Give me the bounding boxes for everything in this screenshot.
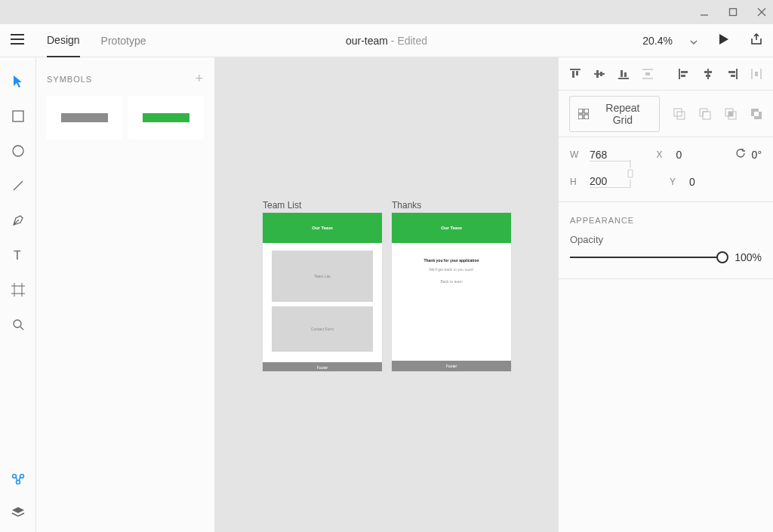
artboard-label-2[interactable]: Thanks [392, 200, 421, 211]
symbols-header: SYMBOLS [47, 75, 92, 84]
svg-rect-38 [645, 72, 650, 75]
opacity-label: Opacity [570, 234, 603, 245]
window-titlebar [0, 0, 773, 24]
artboard-block-contactform: Contact Form [272, 306, 373, 352]
pathfinder-subtract-icon[interactable] [699, 108, 711, 120]
y-label: Y [670, 177, 680, 187]
svg-rect-43 [704, 71, 712, 73]
preview-button[interactable] [719, 33, 729, 48]
y-input[interactable]: 0 [689, 176, 730, 188]
menu-button[interactable] [11, 34, 24, 48]
x-label: X [657, 149, 667, 160]
symbol-thumbnail-2[interactable] [128, 96, 204, 140]
opacity-value[interactable]: 100% [735, 251, 762, 263]
rectangle-tool[interactable] [11, 109, 26, 124]
svg-point-13 [17, 220, 19, 221]
artboard-team-list[interactable]: Our Team Team List Contact Form Footer [263, 213, 382, 371]
svg-rect-57 [703, 112, 710, 119]
align-hcenter-icon[interactable] [703, 69, 713, 79]
artboard-block-teamlist: Team List [272, 251, 373, 302]
dimensions-section: W 768 X 0 0° H 200 [559, 137, 773, 202]
select-tool[interactable] [11, 74, 26, 89]
svg-line-24 [16, 477, 17, 481]
width-input[interactable]: 768 [590, 149, 630, 161]
svg-line-20 [20, 327, 23, 330]
x-input[interactable]: 0 [676, 149, 717, 161]
align-top-icon[interactable] [570, 69, 581, 79]
link-dimensions-icon[interactable] [627, 160, 634, 187]
design-canvas[interactable]: Team List Our Team Team List Contact For… [215, 57, 558, 532]
add-symbol-button[interactable]: + [195, 71, 204, 87]
opacity-slider[interactable] [570, 257, 722, 258]
align-right-icon[interactable] [727, 69, 738, 79]
svg-rect-31 [596, 70, 599, 78]
align-bottom-icon[interactable] [618, 69, 629, 79]
svg-rect-35 [624, 72, 627, 77]
tab-prototype[interactable]: Prototype [101, 24, 146, 57]
opacity-slider-thumb[interactable] [716, 251, 728, 263]
repeat-grid-label: Repeat Grid [595, 102, 651, 126]
share-button[interactable] [750, 33, 762, 48]
document-name: our-team [346, 35, 388, 47]
svg-rect-60 [728, 112, 733, 116]
main-toolbar: Design Prototype our-team - Edited 20.4% [0, 24, 773, 57]
symbol-thumbnail-1[interactable] [47, 96, 122, 140]
align-left-icon[interactable] [679, 69, 689, 79]
document-title: our-team - Edited [346, 35, 427, 47]
chevron-down-icon [690, 35, 698, 47]
pen-tool[interactable] [11, 213, 26, 228]
pathfinder-add-icon[interactable] [673, 108, 685, 120]
artboard-header: Our Team [263, 213, 382, 243]
line-tool[interactable] [11, 178, 26, 193]
symbols-panel-toggle[interactable] [11, 472, 26, 487]
pathfinder-intersect-icon[interactable] [725, 108, 737, 120]
window-minimize-button[interactable] [699, 7, 710, 17]
repeat-grid-button[interactable]: Repeat Grid [569, 96, 660, 132]
svg-rect-50 [755, 72, 758, 76]
artboard-thanks[interactable]: Our Team Thank you for your application … [392, 213, 511, 371]
height-input[interactable]: 200 [590, 175, 630, 188]
window-close-button[interactable] [756, 7, 767, 17]
align-vcenter-icon[interactable] [594, 69, 605, 79]
artboard-header-2: Our Team [392, 213, 511, 243]
tools-panel: T [0, 57, 36, 532]
svg-rect-53 [578, 114, 583, 118]
symbol-preview-green [143, 113, 189, 122]
symbols-panel: SYMBOLS + [36, 57, 215, 532]
text-tool[interactable]: T [11, 248, 26, 263]
artboard-label-1[interactable]: Team List [263, 200, 301, 211]
pathfinder-exclude-icon[interactable] [750, 108, 762, 120]
svg-marker-26 [12, 507, 24, 513]
svg-rect-63 [754, 112, 759, 116]
svg-rect-1 [730, 9, 737, 16]
svg-point-23 [16, 481, 20, 484]
svg-rect-56 [677, 112, 685, 119]
ellipse-tool[interactable] [11, 143, 26, 158]
rotation-input[interactable]: 0° [752, 149, 762, 161]
svg-rect-47 [731, 75, 735, 77]
width-label: W [570, 149, 581, 160]
symbol-preview-gray [61, 113, 108, 122]
align-row [559, 57, 773, 91]
artboard-tool[interactable] [11, 282, 26, 297]
svg-marker-9 [14, 75, 22, 88]
repeat-grid-row: Repeat Grid [559, 91, 773, 137]
inspector-panel: Repeat Grid W 768 X 0 [558, 57, 773, 532]
svg-rect-46 [728, 71, 735, 73]
svg-rect-54 [584, 114, 589, 118]
window-maximize-button[interactable] [728, 7, 738, 17]
layers-panel-toggle[interactable] [11, 505, 26, 520]
appearance-header: APPEARANCE [559, 202, 773, 234]
svg-point-19 [14, 320, 21, 328]
zoom-tool[interactable] [11, 317, 26, 332]
svg-rect-51 [578, 109, 583, 113]
svg-rect-29 [576, 71, 578, 75]
distribute-h-icon[interactable] [751, 69, 762, 79]
svg-rect-41 [681, 75, 685, 77]
distribute-v-icon[interactable] [642, 69, 653, 79]
zoom-dropdown[interactable]: 20.4% [642, 35, 698, 47]
tab-design[interactable]: Design [47, 24, 80, 57]
svg-rect-10 [13, 111, 23, 121]
rotate-icon[interactable] [735, 148, 746, 161]
thanks-line-1: Thank you for your application [392, 258, 511, 263]
